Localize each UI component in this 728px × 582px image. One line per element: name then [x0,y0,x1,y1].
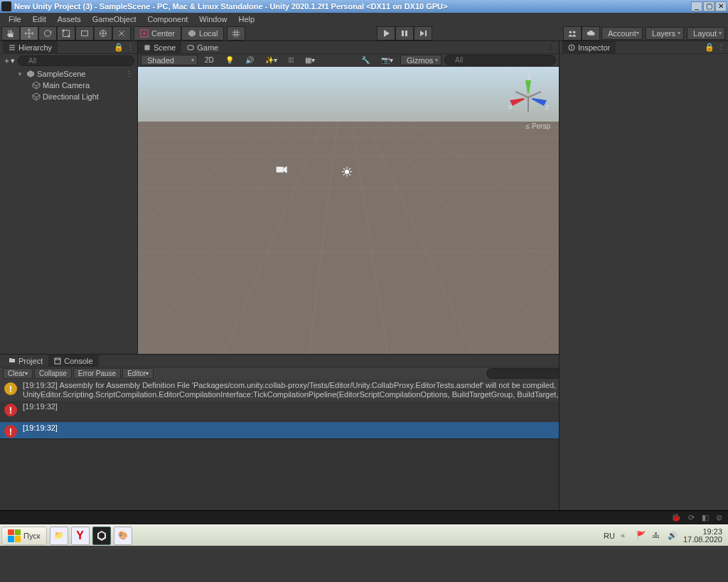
hand-tool[interactable] [1,26,20,41]
lock-icon[interactable]: 🔒 [114,43,124,52]
bug-icon[interactable]: 🐞 [671,513,681,522]
menu-component[interactable]: Component [141,14,193,25]
svg-point-32 [345,170,349,174]
task-explorer[interactable]: 📁 [50,527,68,545]
scene-grid [138,67,559,354]
unity-scene-icon [26,70,36,78]
task-paint[interactable]: 🎨 [114,527,132,545]
toggle-audio-icon[interactable]: 🔊 [241,55,258,65]
toggle-grid-icon[interactable]: ▦▾ [301,55,319,65]
panel-menu-icon[interactable]: ⋮ [717,43,725,52]
console-tab[interactable]: Console [48,355,98,367]
play-button[interactable] [377,26,395,41]
tray-network-icon[interactable]: 🖧 [652,531,662,541]
tree-scene-row[interactable]: ▼ SampleScene ⋮ [0,68,137,80]
error-icon: ! [4,425,17,438]
menu-gameobject[interactable]: GameObject [87,14,142,25]
hierarchy-panel-header: Hierarchy 🔒⋮ [0,41,137,54]
svg-line-22 [223,122,323,354]
gizmos-dropdown[interactable]: Gizmos [400,55,441,65]
svg-line-26 [380,122,559,354]
console-clear[interactable]: Clear [3,368,33,379]
custom-tool[interactable] [112,26,131,41]
toggle-hidden-icon[interactable]: 👁̸ [284,55,298,65]
account-dropdown[interactable]: Account [601,27,643,40]
menu-bar: File Edit Assets GameObject Component Wi… [0,13,728,26]
start-button[interactable]: Пуск [1,527,47,545]
game-tab[interactable]: Game [181,41,224,54]
pause-button[interactable] [395,26,414,41]
panel-menu-icon[interactable]: ⋮ [547,43,555,51]
snap-toggle[interactable] [227,26,245,41]
svg-rect-4 [82,31,88,36]
svg-line-29 [395,122,559,354]
menu-file[interactable]: File [3,14,27,25]
folder-icon [9,357,16,364]
warning-icon: ! [4,382,17,395]
projection-label[interactable]: ≤ Persp [526,122,550,130]
console-editor[interactable]: Editor [122,368,154,379]
scene-search[interactable] [444,55,556,65]
layout-dropdown[interactable]: Layout [687,27,725,40]
error-icon: ! [4,404,17,416]
tree-item[interactable]: Main Camera [0,80,137,91]
transform-tool[interactable] [94,26,112,41]
hierarchy-tab[interactable]: Hierarchy [3,41,58,54]
cloud-button[interactable] [582,26,600,41]
panel-menu-icon[interactable]: ⋮ [127,43,134,52]
hierarchy-search[interactable] [18,55,134,66]
menu-window[interactable]: Window [193,14,232,25]
tools-icon[interactable]: 🔧 [357,55,374,65]
refresh-icon[interactable]: ⟳ [688,513,695,522]
toggle-lighting-icon[interactable]: 💡 [221,55,238,65]
project-tab[interactable]: Project [3,355,48,367]
scene-viewport[interactable]: x y z ≤ Persp [138,67,559,354]
system-tray: RU « 🚩 🖧 🔊 19:23 17.08.2020 [604,528,727,544]
camera-icon[interactable]: 📷▾ [377,55,397,65]
minimize-button[interactable]: _ [691,1,702,11]
create-dropdown[interactable]: ＋▾ [3,55,15,66]
svg-rect-9 [405,31,407,36]
inspector-tab[interactable]: Inspector [562,41,616,54]
pivot-center-toggle[interactable]: Center [134,26,181,41]
svg-line-38 [349,174,350,176]
toggle-fx-icon[interactable]: ✨▾ [261,55,282,65]
console-error-pause[interactable]: Error Pause [73,368,121,379]
menu-assets[interactable]: Assets [52,14,87,25]
hierarchy-tree: ▼ SampleScene ⋮ Main Camera Directional … [0,67,137,104]
check-icon[interactable]: ⊘ [716,513,722,522]
lock-icon[interactable]: 🔒 [705,43,714,52]
layers-icon[interactable]: ◧ [702,513,709,522]
local-global-toggle[interactable]: Local [181,26,224,41]
task-unity[interactable] [92,527,111,545]
scene-menu-icon[interactable]: ⋮ [125,70,137,79]
language-indicator[interactable]: RU [604,532,615,540]
game-icon [187,44,194,51]
gameobject-icon [31,81,41,90]
tree-item[interactable]: Directional Light [0,91,137,102]
layers-dropdown[interactable]: Layers [646,27,684,40]
toggle-2d[interactable]: 2D [200,55,218,65]
local-icon [188,29,196,38]
scale-tool[interactable] [57,26,75,41]
collab-button[interactable] [563,26,582,41]
svg-line-21 [138,122,309,354]
tray-volume-icon[interactable]: 🔊 [668,531,678,541]
orientation-gizmo[interactable]: x y z [503,72,553,122]
close-button[interactable]: ✕ [715,1,727,11]
rotate-tool[interactable] [38,26,57,41]
scene-tab[interactable]: Scene [138,41,181,54]
menu-edit[interactable]: Edit [27,14,52,25]
svg-rect-10 [425,31,427,36]
task-yandex[interactable]: Y [71,527,90,545]
move-tool[interactable] [20,26,38,41]
tray-expand-icon[interactable]: « [621,531,631,541]
taskbar-clock[interactable]: 19:23 17.08.2020 [683,528,722,544]
rect-tool[interactable] [75,26,94,41]
maximize-button[interactable]: ▢ [703,1,714,11]
shading-dropdown[interactable]: Shaded [141,55,198,65]
menu-help[interactable]: Help [232,14,260,25]
tray-flag-icon[interactable]: 🚩 [636,531,646,541]
step-button[interactable] [414,26,432,41]
console-collapse[interactable]: Collapse [34,368,72,379]
